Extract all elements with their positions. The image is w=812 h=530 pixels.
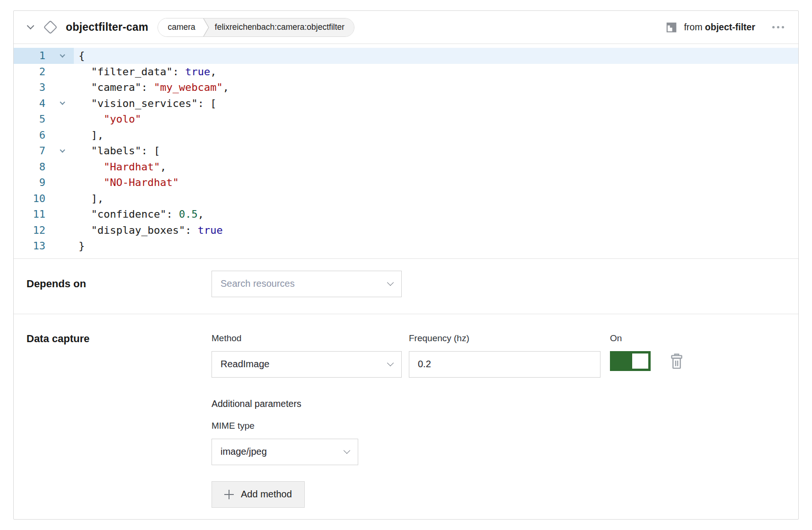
line-number: 5 (14, 111, 45, 127)
chevron-down-icon (344, 447, 350, 454)
frequency-label: Frequency (hz) (409, 333, 600, 344)
code-line-text: "labels": [ (74, 143, 798, 159)
method-select-value: ReadImage (221, 359, 269, 370)
fold-chevron-icon[interactable] (60, 147, 65, 152)
on-label: On (610, 333, 651, 344)
mime-type-label: MIME type (212, 421, 685, 431)
line-number: 6 (14, 127, 45, 143)
data-capture-section: Data capture Method ReadImage Frequency … (14, 314, 798, 520)
code-line[interactable]: 13} (14, 238, 798, 254)
data-capture-heading: Data capture (26, 333, 212, 344)
code-line-text: } (74, 238, 798, 254)
code-line-text: "yolo" (74, 111, 798, 127)
code-line-text: ], (74, 191, 798, 207)
fold-gutter (45, 191, 74, 207)
capture-toggle-field: On (610, 333, 651, 371)
fold-gutter (45, 111, 74, 127)
depends-search-select[interactable]: Search resources (212, 271, 402, 297)
chevron-down-icon (387, 279, 394, 286)
method-field: Method ReadImage (212, 333, 402, 378)
fold-chevron-icon[interactable] (60, 52, 65, 57)
capture-on-toggle[interactable] (610, 351, 651, 371)
chevron-down-icon (387, 360, 394, 366)
mime-select-value: image/jpeg (221, 446, 267, 457)
code-line[interactable]: 11 "confidence": 0.5, (14, 206, 798, 222)
from-module-name: object-filter (705, 22, 755, 32)
fold-gutter (45, 159, 74, 175)
code-line[interactable]: 7 "labels": [ (14, 143, 798, 159)
fold-gutter (45, 64, 74, 80)
frequency-input[interactable] (409, 351, 600, 378)
code-line-text: "camera": "my_webcam", (74, 80, 798, 96)
code-line-text: { (74, 48, 798, 64)
additional-parameters-label: Additional parameters (212, 398, 685, 409)
collapse-chevron-icon[interactable] (27, 22, 35, 30)
fold-chevron-icon[interactable] (60, 100, 65, 105)
method-label: Method (212, 333, 402, 344)
code-line-text: "vision_services": [ (74, 96, 798, 112)
depends-on-heading: Depends on (26, 271, 212, 314)
add-method-button[interactable]: Add method (212, 481, 305, 508)
code-line-text: ], (74, 127, 798, 143)
code-line[interactable]: 3 "camera": "my_webcam", (14, 80, 798, 96)
line-number: 1 (14, 48, 45, 64)
component-diamond-icon (44, 20, 58, 35)
line-number: 7 (14, 143, 45, 159)
toggle-knob (632, 353, 648, 369)
component-card: objectfilter-cam camera felixreichenbach… (13, 10, 799, 520)
header-right-group: from object-filter (665, 21, 785, 34)
line-number: 2 (14, 64, 45, 80)
code-line[interactable]: 1{ (14, 48, 798, 64)
trash-icon (669, 353, 685, 371)
code-line[interactable]: 4 "vision_services": [ (14, 96, 798, 112)
dot-icon (782, 26, 784, 28)
line-number: 3 (14, 80, 45, 96)
fold-gutter (45, 127, 74, 143)
capture-method-row: Method ReadImage Frequency (hz) On (212, 333, 685, 378)
delete-method-button[interactable] (669, 353, 685, 372)
code-line-text: "filter_data": true, (74, 64, 798, 80)
code-line[interactable]: 8 "Hardhat", (14, 159, 798, 175)
code-line[interactable]: 5 "yolo" (14, 111, 798, 127)
line-number: 8 (14, 159, 45, 175)
badge-divider-chevron-icon (202, 18, 210, 36)
badge-model-segment: felixreichenbach:camera:objectfilter (210, 18, 354, 36)
code-line-text: "confidence": 0.5, (74, 206, 798, 222)
component-name-title: objectfilter-cam (66, 21, 148, 34)
code-line[interactable]: 12 "display_boxes": true (14, 222, 798, 238)
from-word: from (684, 22, 702, 32)
fold-gutter (45, 96, 74, 112)
depends-on-section: Depends on Search resources (14, 258, 798, 314)
from-module-text: from object-filter (684, 22, 755, 33)
dot-icon (777, 26, 779, 28)
line-number: 11 (14, 206, 45, 222)
fold-gutter (45, 80, 74, 96)
code-line[interactable]: 9 "NO-Hardhat" (14, 175, 798, 191)
fold-gutter (45, 48, 74, 64)
data-capture-content: Method ReadImage Frequency (hz) On (212, 333, 685, 508)
fold-gutter (45, 222, 74, 238)
component-card-header: objectfilter-cam camera felixreichenbach… (14, 11, 798, 44)
machine-config-page: objectfilter-cam camera felixreichenbach… (0, 0, 812, 530)
component-type-badge: camera felixreichenbach:camera:objectfil… (158, 18, 354, 37)
plus-icon (224, 490, 234, 499)
mime-type-select[interactable]: image/jpeg (212, 439, 358, 465)
fold-gutter (45, 143, 74, 159)
line-number: 4 (14, 96, 45, 112)
code-line-text: "Hardhat", (74, 159, 798, 175)
fold-gutter (45, 238, 74, 254)
code-line[interactable]: 10 ], (14, 191, 798, 207)
code-line[interactable]: 2 "filter_data": true, (14, 64, 798, 80)
badge-type-segment: camera (158, 18, 202, 36)
ellipsis-menu-button[interactable] (771, 23, 785, 31)
fold-gutter (45, 175, 74, 191)
json-config-editor[interactable]: 1{2 "filter_data": true,3 "camera": "my_… (14, 44, 798, 258)
line-number: 10 (14, 191, 45, 207)
method-select[interactable]: ReadImage (212, 351, 402, 378)
dot-icon (772, 26, 775, 28)
frequency-field: Frequency (hz) (409, 333, 600, 378)
depends-search-placeholder: Search resources (221, 278, 295, 289)
code-line[interactable]: 6 ], (14, 127, 798, 143)
line-number: 13 (14, 238, 45, 254)
code-line-text: "display_boxes": true (74, 222, 798, 238)
